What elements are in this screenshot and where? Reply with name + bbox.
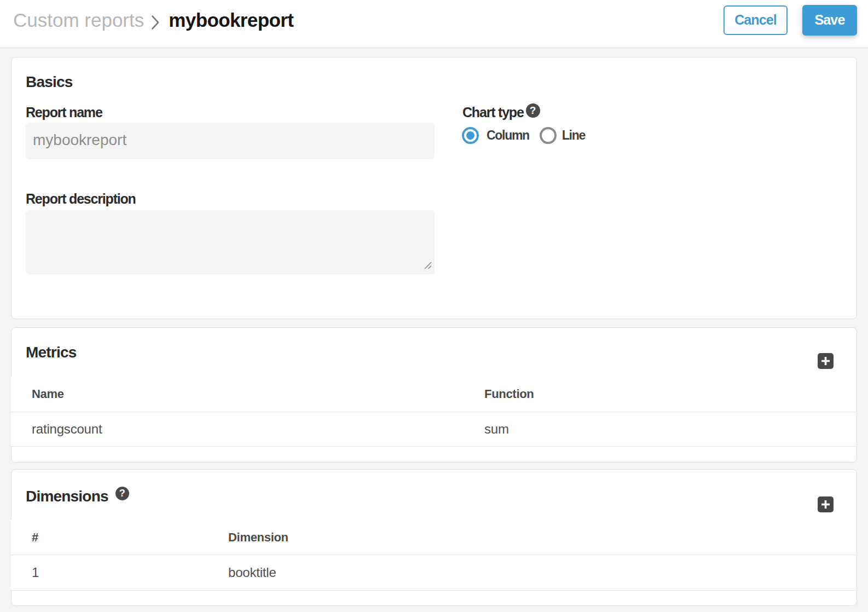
radio-line-label: Line [562,128,585,143]
breadcrumb: Custom reports mybookreport [13,9,293,31]
radio-selected-icon[interactable] [462,127,479,144]
dimensions-table-row[interactable]: 1 booktitle [11,555,855,591]
metrics-header: Metrics [11,328,857,377]
basics-right-column: Chart type ? Column Line [462,104,585,274]
breadcrumb-current: mybookreport [169,9,293,31]
basics-left-column: Report name Report description [26,104,435,274]
basics-card: Basics Report name Report description [11,57,857,319]
dimensions-table: # Dimension 1 booktitle [11,520,855,591]
dimensions-card: Dimensions ? # Dimension 1 booktitle [11,469,857,606]
add-dimension-button[interactable] [818,496,834,512]
radio-unselected-icon[interactable] [540,127,557,144]
dimension-number-cell: 1 [11,565,207,580]
dimensions-col-number: # [11,530,207,545]
report-name-label: Report name [26,104,435,120]
metrics-col-function: Function [464,387,855,401]
report-name-input[interactable] [26,123,435,159]
radio-column[interactable]: Column [462,127,529,144]
dimension-name-cell: booktitle [207,565,855,580]
add-metric-button[interactable] [818,353,834,369]
plus-icon [821,356,830,366]
breadcrumb-parent[interactable]: Custom reports [13,9,144,31]
basics-title: Basics [26,57,842,92]
dimensions-help-icon[interactable]: ? [115,487,129,500]
metrics-table-row[interactable]: ratingscount sum [11,412,855,447]
metrics-card: Metrics Name Function ratingscount sum [11,327,857,463]
cancel-button[interactable]: Cancel [724,5,788,35]
topbar-actions: Cancel Save [724,5,857,36]
report-description-wrap [26,210,435,274]
dimensions-title-row: Dimensions ? [26,488,129,505]
save-button[interactable]: Save [802,5,857,36]
chart-type-label: Chart type [462,104,524,120]
resize-handle-icon[interactable] [424,262,432,272]
metrics-table: Name Function ratingscount sum [11,377,855,447]
radio-column-label: Column [487,128,529,143]
metrics-title: Metrics [26,344,76,361]
metric-function-cell: sum [464,422,855,437]
metrics-table-header-row: Name Function [11,377,855,412]
top-bar: Custom reports mybookreport Cancel Save [0,0,868,48]
chart-type-label-row: Chart type ? [462,104,585,120]
chevron-right-icon [151,10,160,31]
main-content: Basics Report name Report description [0,48,868,606]
radio-line[interactable]: Line [540,127,585,144]
chart-type-radio-group: Column Line [462,127,585,144]
plus-icon [821,500,830,509]
metric-name-cell: ratingscount [11,422,464,437]
dimensions-header: Dimensions ? [11,470,857,520]
help-icon[interactable]: ? [526,103,540,118]
dimensions-col-dimension: Dimension [207,530,855,545]
basics-grid: Report name Report description Chart typ… [26,104,842,274]
report-description-input[interactable] [26,210,435,274]
report-description-label: Report description [26,190,435,207]
dimensions-table-header-row: # Dimension [11,520,855,555]
dimensions-title: Dimensions [26,488,108,505]
metrics-col-name: Name [11,387,464,401]
